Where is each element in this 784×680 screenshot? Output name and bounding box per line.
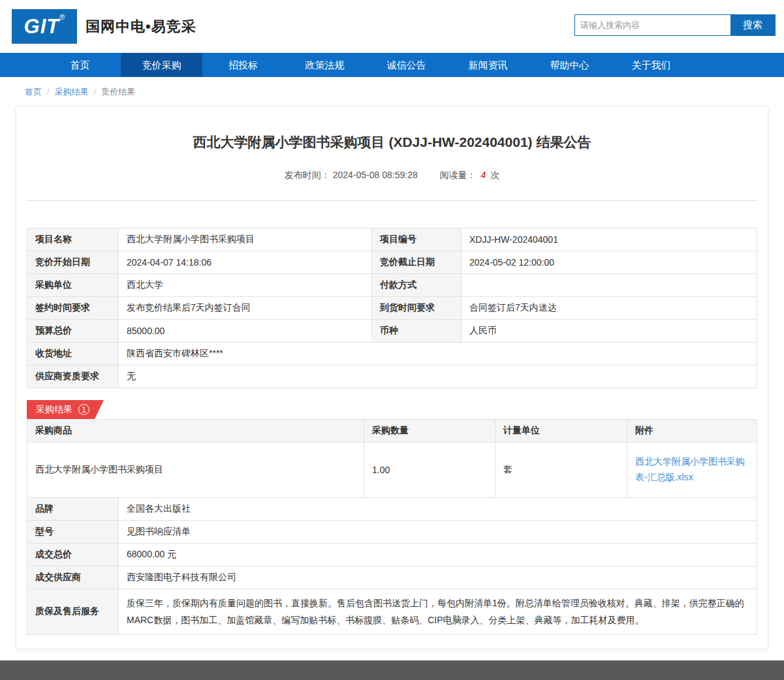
views-label: 阅读量： [440, 170, 477, 180]
search-input[interactable] [575, 15, 730, 35]
nav-item-home[interactable]: 首页 [39, 53, 121, 77]
brand-title: 国网中电•易竞采 [86, 17, 196, 37]
site-footer [0, 660, 784, 680]
views-unit: 次 [490, 170, 499, 180]
table-row: 竞价开始日期 2024-04-07 14:18:06 竞价截止日期 2024-0… [27, 251, 757, 274]
field-value: 2024-04-07 14:18:06 [119, 251, 372, 274]
views-count: 4 [480, 170, 486, 180]
result-badge: 采购结果 1 [27, 400, 104, 419]
field-value: 西北大学 [119, 274, 372, 297]
table-row: 采购单位 西北大学 付款方式 [27, 274, 757, 297]
table-row: 质保及售后服务 质保三年，质保期内有质量问题的图书，直接换新。售后包含图书送货上… [27, 589, 757, 634]
project-info-table: 项目名称 西北大学附属小学图书采购项目 项目编号 XDJJ-HW-2024040… [27, 228, 757, 388]
breadcrumb: 首页/采购结果/竞价结果 [0, 77, 784, 106]
field-label: 品牌 [27, 497, 119, 520]
field-value: 发布竞价结果后7天内签订合同 [119, 297, 372, 320]
breadcrumb-separator: / [94, 87, 97, 97]
product-quantity: 1.00 [364, 442, 495, 498]
field-label: 到货时间要求 [372, 297, 462, 320]
table-row: 成交供应商 西安隆图电子科技有限公司 [27, 566, 757, 589]
field-label: 质保及售后服务 [27, 589, 119, 634]
field-label: 币种 [372, 320, 462, 343]
field-label: 竞价开始日期 [27, 251, 119, 274]
search-button[interactable]: 搜索 [730, 15, 775, 35]
budget-total-price: 85000.00 [119, 320, 372, 343]
breadcrumb-home[interactable]: 首页 [25, 87, 42, 97]
table-row: 品牌 全国各大出版社 [27, 497, 757, 520]
field-value: 全国各大出版社 [119, 497, 757, 520]
field-label: 竞价截止日期 [372, 251, 462, 274]
field-label: 供应商资质要求 [27, 365, 119, 388]
breadcrumb-purchase-results[interactable]: 采购结果 [55, 87, 89, 97]
table-row: 型号 见图书响应清单 [27, 520, 757, 543]
column-header-unit: 计量单位 [495, 420, 627, 442]
main-nav: 首页 竞价采购 招投标 政策法规 诚信公告 新闻资讯 帮助中心 关于我们 [0, 53, 784, 77]
field-value: 合同签订后7天内送达 [462, 297, 757, 320]
field-value: XDJJ-HW-202404001 [462, 228, 757, 251]
dotted-divider [27, 200, 757, 201]
breadcrumb-current: 竞价结果 [101, 87, 135, 97]
field-label: 签约时间要求 [27, 297, 119, 320]
table-row: 收货地址 陕西省西安市碑林区**** [27, 343, 757, 365]
field-label: 型号 [27, 520, 119, 543]
field-label: 采购单位 [27, 274, 119, 297]
logo-text: GIT [24, 9, 60, 44]
table-row: 预算总价 85000.00 币种 人民币 [27, 320, 757, 343]
field-label: 项目名称 [27, 228, 119, 251]
page: GIT ® 国网中电•易竞采 搜索 首页 竞价采购 招投标 政策法规 诚信公告 … [0, 0, 784, 649]
table-row: 供应商资质要求 无 [27, 365, 757, 388]
nav-item-about-us[interactable]: 关于我们 [610, 53, 692, 77]
logo[interactable]: GIT ® [12, 9, 77, 44]
field-label: 预算总价 [27, 320, 119, 343]
product-row: 西北大学附属小学图书采购项目 1.00 套 西北大学附属小学图书采购表-汇总版.… [27, 442, 757, 498]
field-value: 无 [119, 365, 757, 388]
field-label: 项目编号 [372, 228, 462, 251]
page-title: 西北大学附属小学图书采购项目 (XDJJ-HW-202404001) 结果公告 [27, 107, 757, 151]
product-unit: 套 [495, 442, 627, 498]
field-label: 成交总价 [27, 543, 119, 566]
announcement-meta: 发布时间： 2024-05-08 08:59:28 阅读量： 4 次 [27, 170, 757, 181]
field-value: 质保三年，质保期内有质量问题的图书，直接换新。售后包含图书送货上门，每包内附清单… [119, 589, 757, 634]
nav-item-help-center[interactable]: 帮助中心 [529, 53, 610, 77]
badge-count: 1 [78, 404, 89, 415]
nav-item-tendering[interactable]: 招投标 [202, 53, 284, 77]
product-name: 西北大学附属小学图书采购项目 [27, 442, 364, 498]
nav-item-integrity-notice[interactable]: 诚信公告 [366, 53, 447, 77]
table-row: 成交总价 68000.00 元 [27, 543, 757, 566]
field-value: 2024-05-02 12:00:00 [462, 251, 757, 274]
field-label: 付款方式 [372, 274, 462, 297]
field-label: 成交供应商 [27, 566, 119, 589]
field-value: 人民币 [462, 320, 757, 343]
nav-item-news[interactable]: 新闻资讯 [447, 53, 529, 77]
nav-item-policies[interactable]: 政策法规 [284, 53, 366, 77]
field-value: 陕西省西安市碑林区**** [119, 343, 757, 365]
nav-item-bidding-purchase[interactable]: 竞价采购 [121, 53, 202, 77]
breadcrumb-separator: / [47, 87, 50, 97]
publish-time-label: 发布时间： [285, 170, 330, 180]
field-value [462, 274, 757, 297]
result-table: 采购商品 采购数量 计量单位 附件 西北大学附属小学图书采购项目 1.00 套 … [27, 419, 757, 635]
search-box: 搜索 [574, 14, 776, 36]
table-row: 项目名称 西北大学附属小学图书采购项目 项目编号 XDJJ-HW-2024040… [27, 228, 757, 251]
field-label: 收货地址 [27, 343, 119, 365]
field-value: 西北大学附属小学图书采购项目 [119, 228, 372, 251]
badge-label: 采购结果 [36, 404, 72, 416]
column-header-product: 采购商品 [27, 420, 364, 442]
field-value: 西安隆图电子科技有限公司 [119, 566, 757, 589]
result-table-header-row: 采购商品 采购数量 计量单位 附件 [27, 420, 757, 442]
publish-time-value: 2024-05-08 08:59:28 [333, 170, 418, 180]
column-header-attachment: 附件 [627, 420, 757, 442]
deal-total-price: 68000.00 元 [119, 543, 757, 566]
field-value: 见图书响应清单 [119, 520, 757, 543]
column-header-quantity: 采购数量 [364, 420, 495, 442]
registered-trademark-icon: ® [59, 13, 65, 21]
table-row: 签约时间要求 发布竞价结果后7天内签订合同 到货时间要求 合同签订后7天内送达 [27, 297, 757, 320]
site-header: GIT ® 国网中电•易竞采 搜索 [0, 0, 784, 53]
announcement-card: 西北大学附属小学图书采购项目 (XDJJ-HW-202404001) 结果公告 … [16, 106, 768, 649]
attachment-link[interactable]: 西北大学附属小学图书采购表-汇总版.xlsx [635, 454, 749, 486]
